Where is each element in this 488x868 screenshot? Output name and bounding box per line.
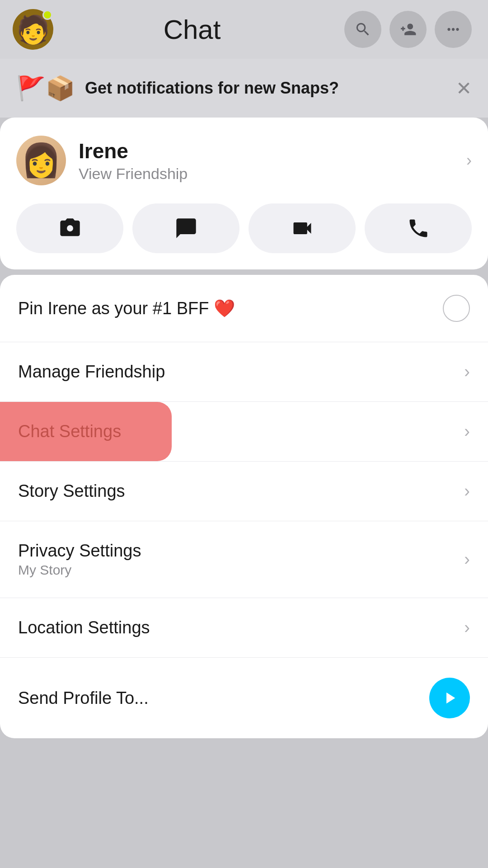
send-profile-menu-item[interactable]: Send Profile To... xyxy=(0,658,488,738)
message-action-button[interactable] xyxy=(132,203,239,253)
online-indicator xyxy=(42,10,52,20)
action-buttons-row xyxy=(16,203,472,253)
location-settings-content: Location Settings xyxy=(18,618,464,637)
location-settings-menu-item[interactable]: Location Settings › xyxy=(0,598,488,658)
profile-card: 👩 Irene View Friendship › xyxy=(0,118,488,269)
send-profile-content: Send Profile To... xyxy=(18,689,429,708)
manage-friendship-chevron-icon: › xyxy=(464,362,470,382)
manage-friendship-title: Manage Friendship xyxy=(18,362,464,382)
profile-info: Irene View Friendship xyxy=(79,139,454,183)
search-button[interactable] xyxy=(344,11,381,48)
camera-action-button[interactable] xyxy=(16,203,123,253)
send-profile-button[interactable] xyxy=(429,678,470,718)
phone-call-action-button[interactable] xyxy=(365,203,472,253)
contact-avatar: 👩 xyxy=(16,136,66,185)
manage-friendship-menu-item[interactable]: Manage Friendship › xyxy=(0,342,488,402)
profile-chevron-right-icon[interactable]: › xyxy=(466,151,472,170)
chat-settings-title: Chat Settings xyxy=(18,422,464,441)
header-left: 🧑 xyxy=(13,9,53,50)
send-profile-title: Send Profile To... xyxy=(18,689,429,708)
location-settings-chevron-icon: › xyxy=(464,618,470,637)
pin-bff-content: Pin Irene as your #1 BFF ❤️ xyxy=(18,298,443,318)
privacy-settings-title: Privacy Settings xyxy=(18,541,464,561)
privacy-settings-subtitle: My Story xyxy=(18,562,464,578)
more-options-button[interactable] xyxy=(435,11,472,48)
profile-header: 👩 Irene View Friendship › xyxy=(16,136,472,185)
manage-friendship-content: Manage Friendship xyxy=(18,362,464,382)
pin-bff-title: Pin Irene as your #1 BFF ❤️ xyxy=(18,298,443,318)
chat-settings-menu-item[interactable]: Chat Settings › xyxy=(0,402,488,462)
notification-close-button[interactable]: ✕ xyxy=(456,77,472,99)
menu-card: Pin Irene as your #1 BFF ❤️ Manage Frien… xyxy=(0,275,488,738)
notification-icon: 🚩📦 xyxy=(16,75,75,102)
add-friend-button[interactable] xyxy=(389,11,427,48)
header-actions xyxy=(344,11,472,48)
video-call-action-button[interactable] xyxy=(249,203,356,253)
user-avatar-container[interactable]: 🧑 xyxy=(13,9,53,50)
chat-settings-chevron-icon: › xyxy=(464,422,470,441)
view-friendship-label: View Friendship xyxy=(79,165,454,183)
pin-bff-toggle[interactable] xyxy=(443,295,470,322)
notification-area: 🚩📦 Get notifications for new Snaps? ✕ xyxy=(0,59,488,118)
story-settings-chevron-icon: › xyxy=(464,481,470,501)
privacy-settings-chevron-icon: › xyxy=(464,550,470,569)
notification-text: Get notifications for new Snaps? xyxy=(85,79,446,98)
contact-name: Irene xyxy=(79,139,454,163)
privacy-settings-content: Privacy Settings My Story xyxy=(18,541,464,578)
privacy-settings-menu-item[interactable]: Privacy Settings My Story › xyxy=(0,521,488,598)
story-settings-title: Story Settings xyxy=(18,481,464,501)
chat-settings-content: Chat Settings xyxy=(18,422,464,441)
location-settings-title: Location Settings xyxy=(18,618,464,637)
story-settings-content: Story Settings xyxy=(18,481,464,501)
story-settings-menu-item[interactable]: Story Settings › xyxy=(0,462,488,521)
page-title: Chat xyxy=(53,14,331,45)
header: 🧑 Chat xyxy=(0,0,488,59)
pin-bff-menu-item[interactable]: Pin Irene as your #1 BFF ❤️ xyxy=(0,275,488,342)
